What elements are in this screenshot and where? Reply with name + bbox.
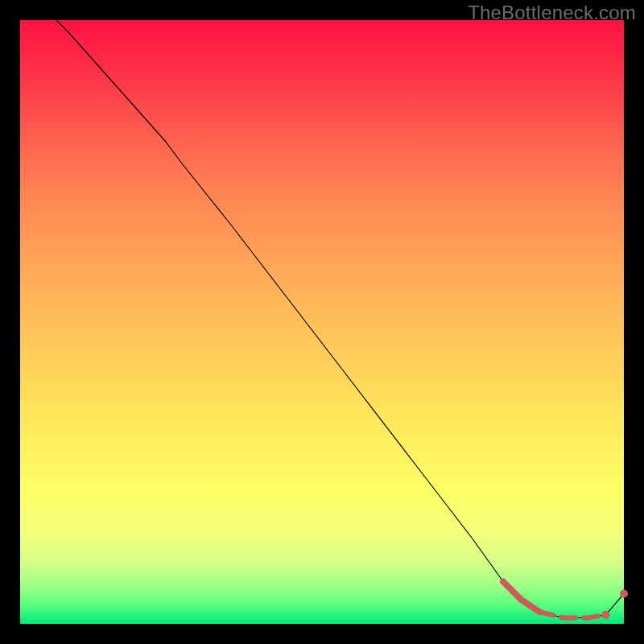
- highlight-segment: [503, 582, 539, 613]
- chart-container: TheBottleneck.com: [0, 0, 644, 644]
- plot-overlay: [20, 20, 624, 624]
- bottleneck-curve: [20, 0, 624, 618]
- end-point-1: [602, 611, 610, 619]
- end-point-2: [620, 590, 628, 598]
- dashed-segment: [539, 612, 606, 618]
